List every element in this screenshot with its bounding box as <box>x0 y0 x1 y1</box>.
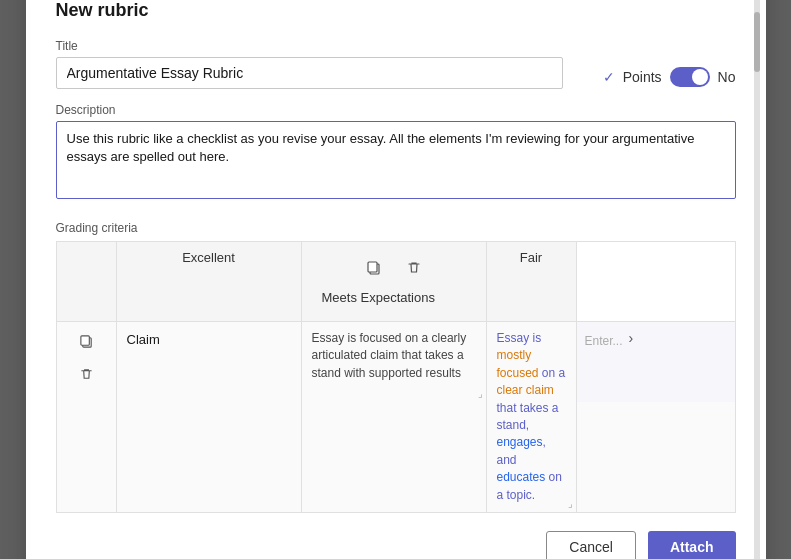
fair-arrow: › <box>629 330 634 346</box>
no-label: No <box>718 69 736 85</box>
scrollbar-thumb[interactable] <box>754 12 760 72</box>
criterion-icons-cell <box>56 322 116 513</box>
grading-label: Grading criteria <box>56 221 736 235</box>
trash-icon-sm <box>79 367 94 382</box>
grading-table: Excellent <box>56 241 736 513</box>
table-row: Claim Essay is focused on a clearly arti… <box>56 322 735 513</box>
dialog-overlay: New rubric Title ✓ Points No Description… <box>0 0 791 559</box>
resize-handle-excellent[interactable]: ⌟ <box>478 388 483 399</box>
description-label: Description <box>56 103 736 117</box>
meets-header-icons <box>312 250 476 290</box>
cell-icons <box>57 322 116 398</box>
cancel-button[interactable]: Cancel <box>546 531 636 559</box>
meets-label: Meets Expectations <box>312 290 476 313</box>
points-toggle[interactable] <box>670 67 710 87</box>
dialog-title: New rubric <box>56 0 736 21</box>
col-header-fair: Fair <box>486 242 576 322</box>
points-checkmark: ✓ <box>603 69 615 85</box>
toggle-knob <box>692 69 708 85</box>
delete-icon-btn[interactable] <box>402 258 426 282</box>
criterion-label: Claim <box>117 322 301 357</box>
attach-button[interactable]: Attach <box>648 531 736 559</box>
title-field-group: Title <box>56 39 563 89</box>
meets-text: Essay is mostly focused on a clear claim… <box>497 331 566 502</box>
svg-rect-3 <box>80 336 88 345</box>
grading-section: Grading criteria Excellent <box>56 221 736 513</box>
scrollbar-track[interactable] <box>754 0 760 559</box>
top-fields-row: Title ✓ Points No <box>56 39 736 89</box>
resize-handle-meets[interactable]: ⌟ <box>568 498 573 509</box>
title-label: Title <box>56 39 563 53</box>
fair-content: Enter... › <box>577 322 735 402</box>
excellent-text: Essay is focused on a clearly articulate… <box>312 331 467 380</box>
svg-rect-1 <box>368 262 377 272</box>
criterion-copy-btn[interactable] <box>75 332 98 355</box>
table-header-row: Excellent <box>56 242 735 322</box>
fair-cell[interactable]: Enter... › <box>576 322 735 513</box>
title-input[interactable] <box>56 57 563 89</box>
col-header-excellent: Excellent <box>116 242 301 322</box>
trash-icon <box>406 260 422 276</box>
copy-icon-btn[interactable] <box>362 258 386 282</box>
meets-content: Essay is mostly focused on a clear claim… <box>487 322 576 512</box>
copy-icon <box>366 260 382 276</box>
copy-icon-sm <box>79 334 94 349</box>
criterion-name-cell: Claim <box>116 322 301 513</box>
description-field-group: Description Use this rubric like a check… <box>56 103 736 203</box>
description-textarea[interactable]: Use this rubric like a checklist as you … <box>56 121 736 199</box>
criterion-delete-btn[interactable] <box>75 365 98 388</box>
points-label: Points <box>623 69 662 85</box>
excellent-content: Essay is focused on a clearly articulate… <box>302 322 486 402</box>
excellent-cell[interactable]: Essay is focused on a clearly articulate… <box>301 322 486 513</box>
fair-placeholder: Enter... <box>583 330 625 352</box>
col-header-meets: Meets Expectations <box>301 242 486 322</box>
meets-cell[interactable]: Essay is mostly focused on a clear claim… <box>486 322 576 513</box>
dialog: New rubric Title ✓ Points No Description… <box>26 0 766 559</box>
dialog-footer: Cancel Attach <box>56 531 736 559</box>
points-area: ✓ Points No <box>603 39 736 87</box>
col-header-icon <box>56 242 116 322</box>
